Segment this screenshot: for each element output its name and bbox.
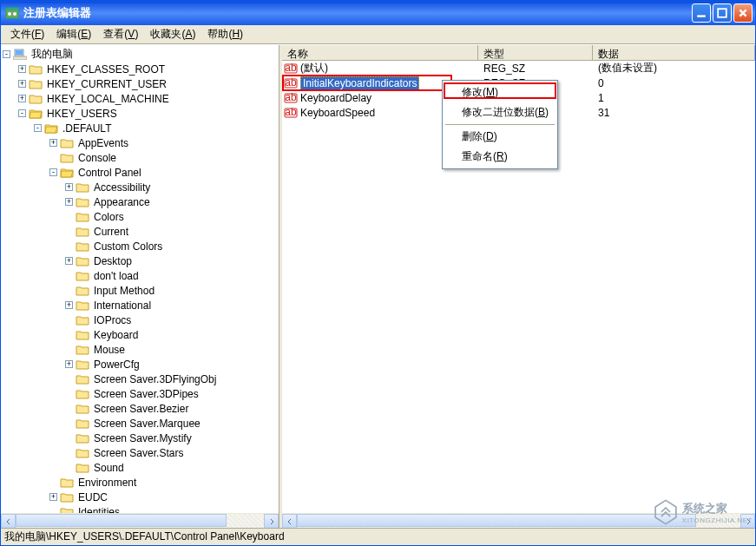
tree-label: 我的电脑 bbox=[30, 46, 75, 62]
tree-node[interactable]: Sound bbox=[3, 460, 277, 475]
collapse-icon[interactable]: - bbox=[49, 168, 57, 176]
menu-v[interactable]: 查看(V) bbox=[97, 25, 144, 43]
tree-node[interactable]: Screen Saver.3DFlyingObj bbox=[3, 372, 277, 386]
tree-label: Sound bbox=[92, 461, 126, 475]
expand-icon[interactable]: + bbox=[49, 493, 57, 501]
tree-node[interactable]: Input Method bbox=[3, 283, 277, 298]
collapse-icon[interactable]: - bbox=[18, 109, 26, 117]
menu-separator bbox=[445, 124, 555, 125]
tree-node[interactable]: -HKEY_USERS bbox=[3, 106, 277, 121]
collapse-icon[interactable]: - bbox=[3, 50, 10, 58]
tree-node[interactable]: -Control Panel bbox=[3, 165, 277, 180]
context-menu-item[interactable]: 重命名(R) bbox=[444, 147, 555, 167]
tree-scrollbar-horizontal[interactable] bbox=[1, 513, 279, 528]
scroll-left-button[interactable] bbox=[282, 514, 297, 528]
tree-node[interactable]: Screen Saver.Stars bbox=[3, 445, 277, 460]
tree-node[interactable]: +HKEY_CURRENT_USER bbox=[3, 76, 277, 91]
registry-tree[interactable]: -我的电脑+HKEY_CLASSES_ROOT+HKEY_CURRENT_USE… bbox=[1, 45, 279, 513]
tree-node[interactable]: +International bbox=[3, 298, 277, 312]
collapse-icon[interactable]: - bbox=[34, 124, 42, 132]
svg-rect-1 bbox=[6, 8, 18, 10]
expand-icon[interactable]: + bbox=[18, 65, 26, 73]
tree-label: Console bbox=[76, 151, 118, 165]
svg-rect-8 bbox=[13, 56, 27, 60]
tree-label: Custom Colors bbox=[92, 240, 164, 253]
tree-node[interactable]: Screen Saver.Marquee bbox=[3, 416, 277, 431]
tree-node[interactable]: Custom Colors bbox=[3, 239, 277, 253]
menu-f[interactable]: 文件(F) bbox=[4, 25, 50, 43]
tree-node[interactable]: +EUDC bbox=[3, 490, 277, 504]
tree-node[interactable]: -我的电脑 bbox=[3, 47, 277, 62]
tree-label: Mouse bbox=[92, 343, 127, 357]
scroll-thumb[interactable] bbox=[297, 514, 696, 527]
tree-label: PowerCfg bbox=[92, 358, 141, 372]
expand-icon[interactable]: + bbox=[65, 257, 73, 265]
tree-label: Input Method bbox=[92, 284, 156, 298]
status-path: 我的电脑\HKEY_USERS\.DEFAULT\Control Panel\K… bbox=[4, 530, 285, 544]
svg-rect-4 bbox=[697, 15, 706, 16]
tree-node[interactable]: Environment bbox=[3, 475, 277, 490]
tree-node[interactable]: Identities bbox=[3, 504, 277, 513]
tree-node[interactable]: +AppEvents bbox=[3, 135, 277, 150]
tree-node[interactable]: Keyboard bbox=[3, 327, 277, 342]
scroll-right-button[interactable] bbox=[264, 514, 279, 528]
menu-h[interactable]: 帮助(H) bbox=[201, 25, 249, 43]
tree-label: Accessibility bbox=[92, 181, 152, 194]
tree-pane: -我的电脑+HKEY_CLASSES_ROOT+HKEY_CURRENT_USE… bbox=[1, 45, 279, 528]
value-row[interactable]: ab(默认)REG_SZ(数值未设置) bbox=[282, 61, 755, 76]
tree-node[interactable]: Mouse bbox=[3, 342, 277, 357]
titlebar[interactable]: 注册表编辑器 bbox=[1, 1, 755, 25]
tree-node[interactable]: +Accessibility bbox=[3, 180, 277, 194]
tree-label: International bbox=[92, 299, 153, 312]
expand-icon[interactable]: + bbox=[65, 198, 73, 206]
tree-label: .DEFAULT bbox=[61, 122, 113, 135]
expand-icon[interactable]: + bbox=[18, 80, 26, 88]
close-button[interactable] bbox=[733, 3, 753, 23]
maximize-button[interactable] bbox=[713, 3, 732, 23]
scroll-thumb[interactable] bbox=[16, 514, 227, 527]
tree-node[interactable]: -.DEFAULT bbox=[3, 121, 277, 135]
expand-icon[interactable]: + bbox=[49, 139, 57, 147]
tree-node[interactable]: Screen Saver.3DPipes bbox=[3, 386, 277, 401]
tree-label: AppEvents bbox=[76, 136, 130, 150]
tree-node[interactable]: +PowerCfg bbox=[3, 357, 277, 372]
context-menu-item[interactable]: 删除(D) bbox=[444, 127, 555, 147]
tree-node[interactable]: +Desktop bbox=[3, 253, 277, 268]
tree-node[interactable]: Current bbox=[3, 224, 277, 239]
expand-icon[interactable]: + bbox=[65, 301, 73, 309]
svg-text:ab: ab bbox=[285, 76, 297, 89]
tree-node[interactable]: Screen Saver.Bezier bbox=[3, 401, 277, 416]
context-menu-item[interactable]: 修改二进位数据(B) bbox=[444, 102, 555, 122]
app-icon bbox=[5, 6, 19, 20]
tree-node[interactable]: Colors bbox=[3, 209, 277, 224]
menu-a[interactable]: 收藏夹(A) bbox=[144, 25, 201, 43]
tree-node[interactable]: Screen Saver.Mystify bbox=[3, 431, 277, 445]
menu-e[interactable]: 编辑(E) bbox=[50, 25, 97, 43]
tree-label: Identities bbox=[76, 505, 122, 514]
svg-text:ab: ab bbox=[285, 91, 297, 103]
tree-node[interactable]: Console bbox=[3, 150, 277, 165]
tree-node[interactable]: IOProcs bbox=[3, 312, 277, 327]
tree-node[interactable]: don't load bbox=[3, 268, 277, 283]
tree-label: Desktop bbox=[92, 254, 134, 268]
context-menu-item[interactable]: 修改(M) bbox=[444, 82, 555, 102]
context-menu: 修改(M)修改二进位数据(B)删除(D)重命名(R) bbox=[442, 80, 558, 169]
col-data[interactable]: 数据 bbox=[593, 45, 755, 60]
expand-icon[interactable]: + bbox=[18, 95, 26, 102]
menubar: 文件(F)编辑(E)查看(V)收藏夹(A)帮助(H) bbox=[1, 25, 755, 44]
scroll-track[interactable] bbox=[16, 514, 264, 528]
expand-icon[interactable]: + bbox=[65, 360, 73, 368]
tree-label: Screen Saver.3DPipes bbox=[92, 387, 201, 401]
svg-rect-5 bbox=[718, 9, 726, 17]
tree-node[interactable]: +Appearance bbox=[3, 194, 277, 209]
tree-node[interactable]: +HKEY_CLASSES_ROOT bbox=[3, 62, 277, 76]
cell-data: 0 bbox=[593, 77, 755, 89]
expand-icon[interactable]: + bbox=[65, 183, 73, 191]
values-list[interactable]: ab(默认)REG_SZ(数值未设置)abInitialKeyboardIndi… bbox=[282, 61, 755, 513]
scroll-left-button[interactable] bbox=[1, 514, 16, 528]
col-name[interactable]: 名称 bbox=[282, 45, 478, 60]
col-type[interactable]: 类型 bbox=[478, 45, 593, 60]
tree-node[interactable]: +HKEY_LOCAL_MACHINE bbox=[3, 91, 277, 106]
tree-label: HKEY_USERS bbox=[45, 107, 119, 121]
minimize-button[interactable] bbox=[692, 3, 711, 23]
